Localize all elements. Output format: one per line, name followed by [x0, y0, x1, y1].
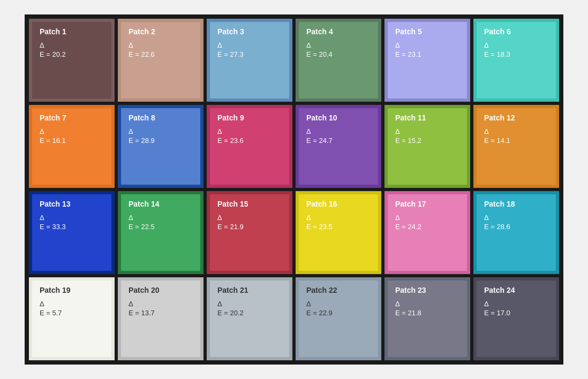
patch-name-5: Patch 5: [395, 27, 459, 36]
patch-e-17: E = 24.2: [395, 223, 459, 231]
patch-delta-14: Δ: [129, 214, 193, 222]
patch-delta-19: Δ: [40, 300, 104, 308]
patch-delta-6: Δ: [484, 41, 548, 49]
patch-delta-21: Δ: [217, 300, 282, 308]
patch-name-2: Patch 2: [129, 27, 193, 36]
patch-e-3: E = 27.3: [217, 50, 282, 58]
patch-outer-22: Patch 22ΔE = 22.9: [296, 277, 381, 360]
patch-inner-2: Patch 2ΔE = 22.6: [121, 22, 200, 98]
patch-inner-5: Patch 5ΔE = 23.1: [388, 22, 467, 98]
patch-e-21: E = 20.2: [217, 309, 282, 317]
patch-inner-4: Patch 4ΔE = 20.4: [299, 22, 378, 98]
patch-delta-8: Δ: [129, 127, 193, 135]
patch-outer-18: Patch 18ΔE = 28.6: [473, 191, 559, 274]
patch-name-19: Patch 19: [40, 286, 104, 294]
patch-outer-11: Patch 11ΔE = 15.2: [385, 105, 470, 188]
patch-delta-22: Δ: [306, 300, 371, 308]
patch-e-19: E = 5.7: [40, 309, 104, 317]
patch-outer-16: Patch 16ΔE = 23.5: [296, 191, 381, 274]
patch-e-1: E = 20.2: [40, 50, 104, 58]
patch-inner-15: Patch 15ΔE = 21.9: [210, 194, 289, 271]
patch-e-8: E = 28.9: [129, 137, 193, 145]
patch-name-23: Patch 23: [395, 286, 459, 294]
patch-name-13: Patch 13: [40, 200, 104, 208]
patch-outer-4: Patch 4ΔE = 20.4: [296, 19, 381, 102]
patch-inner-7: Patch 7ΔE = 16.1: [32, 108, 111, 185]
patch-outer-14: Patch 14ΔE = 22.5: [118, 191, 203, 274]
patch-e-22: E = 22.9: [306, 309, 371, 317]
patch-delta-1: Δ: [40, 41, 104, 49]
patch-outer-6: Patch 6ΔE = 18.3: [473, 19, 559, 102]
patch-outer-2: Patch 2ΔE = 22.6: [118, 19, 203, 102]
patch-e-15: E = 21.9: [217, 223, 282, 231]
patch-delta-16: Δ: [306, 214, 371, 222]
patch-outer-1: Patch 1ΔE = 20.2: [29, 19, 115, 102]
patch-e-11: E = 15.2: [395, 137, 459, 145]
patch-e-24: E = 17.0: [484, 309, 548, 317]
patch-name-16: Patch 16: [306, 200, 371, 208]
patch-outer-19: Patch 19ΔE = 5.7: [29, 277, 115, 360]
patch-outer-15: Patch 15ΔE = 21.9: [207, 191, 292, 274]
patch-outer-5: Patch 5ΔE = 23.1: [385, 19, 470, 102]
patch-name-24: Patch 24: [484, 286, 548, 294]
patch-name-14: Patch 14: [129, 200, 193, 208]
patch-inner-8: Patch 8ΔE = 28.9: [121, 108, 200, 185]
patch-outer-12: Patch 12ΔE = 14.1: [473, 105, 559, 188]
patch-name-11: Patch 11: [395, 113, 459, 122]
patch-delta-24: Δ: [484, 300, 548, 308]
patch-outer-23: Patch 23ΔE = 21.8: [385, 277, 470, 360]
patch-inner-21: Patch 21ΔE = 20.2: [210, 281, 289, 357]
patch-inner-11: Patch 11ΔE = 15.2: [388, 108, 467, 185]
patch-inner-20: Patch 20ΔE = 13.7: [121, 281, 200, 357]
patch-inner-10: Patch 10ΔE = 24.7: [299, 108, 378, 185]
patch-name-21: Patch 21: [217, 286, 282, 294]
patch-e-13: E = 33.3: [40, 223, 104, 231]
patch-inner-9: Patch 9ΔE = 23.6: [210, 108, 289, 185]
patch-delta-3: Δ: [217, 41, 282, 49]
patch-delta-17: Δ: [395, 214, 459, 222]
patch-inner-17: Patch 17ΔE = 24.2: [388, 194, 467, 271]
patch-outer-21: Patch 21ΔE = 20.2: [207, 277, 292, 360]
patch-e-23: E = 21.8: [395, 309, 459, 317]
patch-outer-24: Patch 24ΔE = 17.0: [473, 277, 559, 360]
patch-name-7: Patch 7: [40, 113, 104, 122]
patch-outer-3: Patch 3ΔE = 27.3: [207, 19, 292, 102]
patch-outer-17: Patch 17ΔE = 24.2: [385, 191, 470, 274]
patch-e-16: E = 23.5: [306, 223, 371, 231]
patch-inner-18: Patch 18ΔE = 28.6: [477, 194, 556, 271]
patch-outer-7: Patch 7ΔE = 16.1: [29, 105, 115, 188]
patch-name-17: Patch 17: [395, 200, 459, 208]
patch-outer-9: Patch 9ΔE = 23.6: [207, 105, 292, 188]
patch-outer-10: Patch 10ΔE = 24.7: [296, 105, 381, 188]
patch-delta-7: Δ: [40, 127, 104, 135]
patch-e-2: E = 22.6: [129, 50, 193, 58]
patch-inner-24: Patch 24ΔE = 17.0: [477, 281, 556, 357]
patch-delta-23: Δ: [395, 300, 459, 308]
patch-delta-5: Δ: [395, 41, 459, 49]
patch-grid: Patch 1ΔE = 20.2Patch 2ΔE = 22.6Patch 3Δ…: [25, 14, 563, 365]
patch-name-15: Patch 15: [217, 200, 282, 208]
patch-name-1: Patch 1: [40, 27, 104, 36]
patch-delta-13: Δ: [40, 214, 104, 222]
patch-delta-15: Δ: [217, 214, 282, 222]
patch-name-10: Patch 10: [306, 113, 371, 122]
patch-name-22: Patch 22: [306, 286, 371, 294]
patch-e-18: E = 28.6: [484, 223, 548, 231]
patch-delta-10: Δ: [306, 127, 371, 135]
patch-inner-6: Patch 6ΔE = 18.3: [477, 22, 556, 98]
patch-inner-12: Patch 12ΔE = 14.1: [477, 108, 556, 185]
patch-inner-14: Patch 14ΔE = 22.5: [121, 194, 200, 271]
patch-e-20: E = 13.7: [129, 309, 193, 317]
patch-e-9: E = 23.6: [217, 137, 282, 145]
patch-name-8: Patch 8: [129, 113, 193, 122]
patch-delta-4: Δ: [306, 41, 371, 49]
patch-outer-13: Patch 13ΔE = 33.3: [29, 191, 115, 274]
patch-e-12: E = 14.1: [484, 137, 548, 145]
patch-delta-12: Δ: [484, 127, 548, 135]
patch-e-5: E = 23.1: [395, 50, 459, 58]
patch-inner-16: Patch 16ΔE = 23.5: [299, 194, 378, 271]
patch-delta-11: Δ: [395, 127, 459, 135]
patch-e-10: E = 24.7: [306, 137, 371, 145]
patch-delta-18: Δ: [484, 214, 548, 222]
patch-inner-3: Patch 3ΔE = 27.3: [210, 22, 289, 98]
